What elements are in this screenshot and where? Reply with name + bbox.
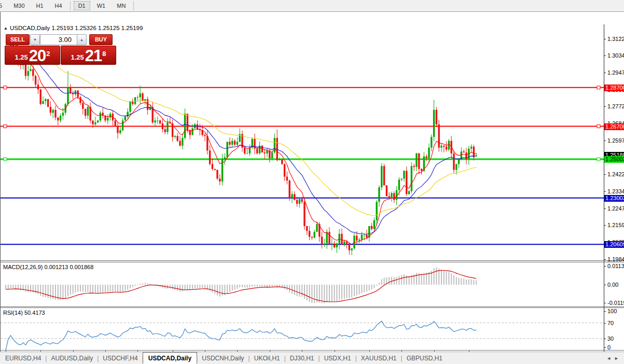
tab-usdchf-h4[interactable]: USDCHF,H4 bbox=[98, 353, 143, 363]
toolbar-separator bbox=[70, 1, 71, 10]
axis-tick-label: 1.27720 bbox=[607, 103, 624, 109]
axis-tick bbox=[604, 106, 606, 107]
axis-tick bbox=[604, 141, 606, 141]
axis-tick bbox=[604, 266, 606, 267]
chart-symbol-label: USDCAD,Daily bbox=[10, 25, 50, 31]
timeframe-MN[interactable]: MN bbox=[112, 1, 130, 10]
rsi-axis-label: 0 bbox=[607, 344, 611, 351]
axis-tick bbox=[604, 55, 606, 56]
rsi-value: 50.4173 bbox=[24, 310, 45, 316]
price-level-tag: 1.26700 bbox=[604, 123, 624, 130]
volume-increase-button[interactable]: ▲ bbox=[77, 34, 87, 45]
rsi-axis-label: 100 bbox=[607, 308, 617, 314]
macd-header: MACD(12,26,9) 0.001213 0.001868 bbox=[3, 264, 93, 270]
axis-tick-label: 1.25970 bbox=[607, 137, 624, 144]
axis-tick bbox=[604, 347, 606, 348]
axis-tick bbox=[604, 191, 606, 192]
tab-dj30-h1[interactable]: DJ30,H1 bbox=[285, 353, 320, 363]
axis-tick bbox=[604, 303, 606, 303]
macd-axis-label: -0.01190 bbox=[607, 300, 624, 306]
buy-button[interactable]: BUY bbox=[89, 34, 113, 45]
chart-symbol-icon: ▲ bbox=[4, 26, 8, 31]
trading-app: 5M30H1H4D1W1MN 1.312201.303451.294701.28… bbox=[0, 0, 624, 364]
symbol-tabbar: EURUSD,H4|AUDUSD,Daily|USDCHF,H4|USDCAD,… bbox=[0, 352, 624, 364]
pane-splitter-rsi[interactable] bbox=[1, 306, 624, 308]
price-level-tag: 1.28700 bbox=[604, 85, 624, 91]
axis-tick bbox=[604, 39, 606, 39]
sell-price-pips: 20 bbox=[29, 48, 46, 63]
macd-values: 0.001213 0.001868 bbox=[44, 264, 93, 270]
pane-splitter-macd[interactable] bbox=[1, 260, 624, 262]
axis-tick-label: 1.31220 bbox=[607, 36, 624, 42]
tab-audusd-daily[interactable]: AUDUSD,Daily bbox=[46, 353, 98, 363]
sell-price-major: 1.25 bbox=[15, 52, 27, 63]
tab-usdcad-daily[interactable]: USDCAD,Daily bbox=[143, 352, 197, 364]
rsi-chart[interactable] bbox=[1, 308, 604, 350]
axis-tick bbox=[604, 259, 606, 260]
tab-xauusd-h1[interactable]: XAUUSD,H1 bbox=[356, 353, 402, 363]
buy-price-pips: 21 bbox=[85, 48, 102, 63]
price-level-tag: 1.25003 bbox=[604, 156, 624, 163]
axis-tick-label: 1.23345 bbox=[607, 188, 624, 194]
axis-tick-label: 1.30345 bbox=[607, 52, 624, 59]
axis-tick bbox=[604, 174, 606, 175]
volume-decrease-button[interactable]: ▼ bbox=[30, 34, 40, 45]
sell-quote-button[interactable]: 1.25 20 2 bbox=[5, 46, 60, 65]
axis-tick-label: 1.19845 bbox=[607, 256, 624, 262]
timeframe-5[interactable]: 5 bbox=[0, 1, 7, 10]
volume-input[interactable]: 3.00 bbox=[40, 34, 80, 45]
rsi-label: RSI(14) bbox=[3, 310, 23, 316]
axis-tick bbox=[604, 323, 606, 324]
axis-tick-label: 1.22470 bbox=[607, 205, 624, 212]
chart-window: 1.312201.303451.294701.285951.277201.268… bbox=[0, 12, 624, 352]
timeframe-H4[interactable]: H4 bbox=[50, 1, 67, 10]
timeframe-toolbar: 5M30H1H4D1W1MN bbox=[0, 0, 624, 12]
rsi-axis-label: 70 bbox=[607, 320, 614, 326]
timeframe-M30[interactable]: M30 bbox=[9, 1, 29, 10]
timeframe-D1[interactable]: D1 bbox=[74, 1, 90, 10]
rsi-axis-label: 30 bbox=[607, 335, 614, 342]
axis-tick bbox=[604, 73, 606, 73]
price-level-tag: 1.20609 bbox=[604, 241, 624, 248]
buy-quote-button[interactable]: 1.25 21 8 bbox=[61, 46, 116, 65]
macd-axis-label: 0.00 bbox=[607, 282, 618, 288]
buy-price-pipette: 8 bbox=[102, 46, 106, 62]
axis-tick-label: 1.21595 bbox=[607, 222, 624, 228]
macd-axis-label: 0.01135 bbox=[607, 263, 624, 269]
tab-scroll-arrows[interactable]: ◄► bbox=[606, 356, 622, 361]
axis-tick-label: 1.24220 bbox=[607, 171, 624, 177]
tab-usdx-h1[interactable]: USDX,H1 bbox=[319, 353, 356, 363]
rsi-header: RSI(14) 50.4173 bbox=[3, 310, 45, 316]
chart-title: ▲USDCAD,Daily 1.25193 1.25326 1.25125 1.… bbox=[4, 25, 143, 31]
axis-tick bbox=[604, 311, 606, 312]
price-level-tag: 1.23003 bbox=[604, 195, 624, 202]
tab-usdcnh-daily[interactable]: USDCNH,Daily bbox=[197, 353, 249, 363]
buy-price-major: 1.25 bbox=[71, 52, 84, 63]
sell-price-pipette: 2 bbox=[46, 46, 50, 62]
axis-tick bbox=[604, 225, 606, 226]
axis-tick-label: 1.29470 bbox=[607, 69, 624, 76]
tab-ukoil-h1[interactable]: UKOil,H1 bbox=[249, 353, 285, 363]
axis-tick bbox=[604, 208, 606, 209]
axis-tick bbox=[604, 339, 606, 339]
macd-label: MACD(12,26,9) bbox=[3, 264, 43, 270]
chart-ohlc-values: 1.25193 1.25326 1.25125 1.25199 bbox=[51, 25, 143, 31]
tab-gbpusd-h1[interactable]: GBPUSD,H1 bbox=[401, 353, 448, 363]
tab-eurusd-h4[interactable]: EURUSD,H4 bbox=[0, 353, 46, 363]
timeframe-W1[interactable]: W1 bbox=[92, 1, 110, 10]
toolbar-separator bbox=[133, 1, 134, 10]
sell-button[interactable]: SELL bbox=[6, 34, 30, 45]
timeframe-H1[interactable]: H1 bbox=[32, 1, 48, 10]
axis-tick bbox=[604, 285, 606, 285]
